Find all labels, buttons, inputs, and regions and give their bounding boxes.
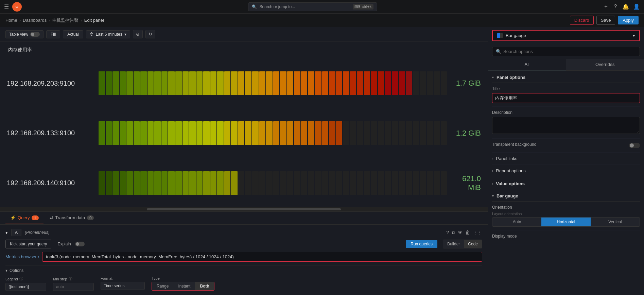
format-label: Format — [101, 276, 145, 280]
query-label-text: A — [15, 230, 18, 235]
legend-input[interactable] — [5, 283, 46, 291]
orientation-vertical-button[interactable]: Vertical — [591, 218, 640, 226]
query-help-icon[interactable]: ? — [446, 230, 449, 236]
global-search-bar[interactable]: 🔍 Search or jump to... ⌨ ctrl+k — [248, 2, 377, 11]
table-view-switch[interactable] — [30, 32, 40, 37]
breadcrumb-monitor[interactable]: 主机监控告警 — [52, 17, 79, 23]
bar-label-1: 192.168.209.133:9100 — [7, 129, 95, 137]
value-options-header[interactable]: › Value options — [492, 177, 640, 189]
value-options-chevron: › — [492, 182, 493, 186]
query-delete-icon[interactable]: 🗑 — [465, 230, 470, 236]
fill-button[interactable]: Fill — [46, 30, 60, 38]
kick-start-button[interactable]: Kick start your query — [5, 240, 51, 248]
bar-gauge-row: 192.168.209.203:9100 1.7 GiB — [7, 71, 481, 95]
query-copy-icon[interactable]: ⧉ — [452, 230, 455, 236]
type-both-button[interactable]: Both — [195, 282, 214, 290]
time-range-button[interactable]: ⏱ Last 5 minutes ▾ — [86, 30, 130, 38]
query-drag-icon[interactable]: ⋮⋮ — [473, 230, 482, 236]
transparent-bg-label: Transparent background — [492, 142, 536, 147]
breadcrumb-bar: Home › Dashboards › 主机监控告警 › Edit panel … — [0, 14, 644, 27]
bar-track-1 — [99, 121, 447, 145]
display-mode-field: Display mode — [492, 230, 640, 244]
title-field-input[interactable] — [492, 93, 640, 103]
bar-track-0 — [99, 71, 447, 95]
user-icon[interactable]: 👤 — [633, 3, 640, 10]
orientation-field-group: Orientation Layout orientation Auto Hori… — [492, 202, 640, 230]
query-eye-icon[interactable]: 👁 — [458, 230, 463, 236]
plus-icon[interactable]: ＋ — [603, 3, 609, 10]
refresh-button[interactable]: ↻ — [145, 30, 155, 38]
explain-label: Explain — [57, 242, 71, 246]
breadcrumb-home[interactable]: Home — [5, 18, 17, 23]
type-label: Type — [152, 276, 214, 280]
panel-links-label: Panel links — [496, 156, 517, 161]
type-instant-button[interactable]: Instant — [173, 282, 195, 290]
search-options-wrapper: 🔍 — [492, 47, 640, 56]
question-icon[interactable]: ？ — [613, 3, 618, 10]
panel-tab-all[interactable]: All — [488, 59, 566, 70]
query-tabs: ⚡ Query 1 ⇄ Transform data 0 — [0, 211, 488, 225]
tab-query[interactable]: ⚡ Query 1 — [5, 212, 43, 224]
bar-track-2 — [99, 171, 447, 195]
bar-gauge-chevron: ▾ — [492, 194, 494, 198]
orientation-horizontal-button[interactable]: Horizontal — [541, 218, 590, 226]
viz-selector-button[interactable]: Bar gauge ▾ — [492, 30, 640, 41]
legend-label: Legend ⓘ — [5, 276, 46, 281]
bar-value-2: 621.0 MiB — [450, 174, 481, 192]
transform-icon: ⇄ — [50, 215, 53, 220]
options-chevron: ▾ — [5, 268, 7, 273]
legend-info-icon: ⓘ — [19, 276, 23, 281]
chart-scrollbar[interactable] — [0, 207, 488, 211]
grafana-logo: G — [12, 2, 22, 12]
bar-gauge-section-header[interactable]: ▾ Bar gauge — [492, 189, 640, 202]
orientation-auto-button[interactable]: Auto — [492, 218, 541, 226]
metrics-browser-label[interactable]: Metrics browser › — [5, 252, 42, 261]
min-step-input[interactable] — [53, 283, 94, 291]
breadcrumb-current: Edit panel — [84, 18, 104, 23]
type-range-button[interactable]: Range — [152, 282, 173, 290]
tab-transform[interactable]: ⇄ Transform data 0 — [45, 212, 99, 224]
panel-tab-overrides[interactable]: Overrides — [566, 59, 644, 70]
transparent-bg-toggle[interactable] — [629, 143, 640, 148]
description-field-input[interactable] — [492, 117, 640, 134]
panel-options-label: Panel options — [497, 75, 525, 80]
bar-gauge-section-label: Bar gauge — [497, 193, 518, 198]
code-button[interactable]: Code — [464, 240, 482, 248]
panel-options-header[interactable]: ▾ Panel options — [492, 71, 640, 83]
run-queries-button[interactable]: Run queries — [406, 240, 437, 248]
search-options-input[interactable] — [503, 49, 636, 54]
collapse-icon[interactable]: ▾ — [5, 230, 8, 235]
tab-query-label: Query — [18, 215, 30, 220]
right-panel: Bar gauge ▾ 🔍 All Overrides ▾ Panel opti… — [488, 27, 644, 295]
metrics-query-input[interactable] — [42, 252, 482, 262]
explain-toggle[interactable] — [75, 242, 85, 246]
table-view-label: Table view — [9, 32, 28, 37]
bar-label-2: 192.168.209.140:9100 — [7, 179, 95, 187]
min-step-info-icon: ⓘ — [69, 276, 72, 281]
hamburger-icon[interactable]: ☰ — [4, 3, 9, 10]
bar-gauge-container: 192.168.209.203:9100 1.7 GiB 192.168.209… — [0, 55, 488, 211]
type-group: Type Range Instant Both — [152, 276, 214, 291]
bell-icon[interactable]: 🔔 — [622, 3, 629, 10]
discard-button[interactable]: Discard — [570, 16, 594, 25]
chevron-down-icon: ▾ — [124, 32, 126, 37]
apply-button[interactable]: Apply — [618, 16, 639, 24]
repeat-options-section[interactable]: › Repeat options — [492, 165, 640, 177]
type-toggle-group: Range Instant Both — [152, 282, 214, 291]
panel-links-section[interactable]: › Panel links — [492, 153, 640, 165]
min-step-label: Min step ⓘ — [53, 276, 94, 281]
format-select[interactable]: Time series — [101, 282, 145, 290]
actual-button[interactable]: Actual — [63, 30, 83, 38]
builder-button[interactable]: Builder — [443, 240, 464, 248]
transparent-bg-field: Transparent background — [492, 139, 640, 153]
zoom-out-button[interactable]: ⊖ — [133, 30, 143, 38]
breadcrumb-dashboards[interactable]: Dashboards — [23, 18, 47, 23]
options-header[interactable]: ▾ Options — [5, 268, 482, 273]
metrics-browser-arrow: › — [38, 254, 39, 259]
table-view-toggle[interactable]: Table view — [5, 30, 43, 38]
orientation-sublabel: Layout orientation — [492, 212, 640, 216]
breadcrumb-actions: Discard Save Apply — [570, 16, 639, 25]
save-button[interactable]: Save — [596, 16, 615, 25]
bar-value-1: 1.2 GiB — [450, 129, 481, 138]
panel-tabs: All Overrides — [488, 59, 644, 71]
